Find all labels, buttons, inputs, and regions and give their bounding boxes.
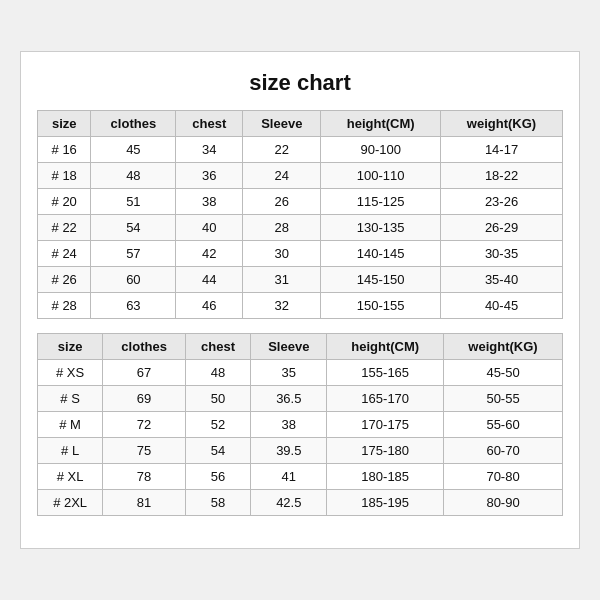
table-cell: 42.5 (251, 490, 327, 516)
table-cell: 51 (91, 189, 176, 215)
column-header: chest (185, 334, 250, 360)
table-cell: 38 (176, 189, 243, 215)
table-cell: 130-135 (321, 215, 441, 241)
table-cell: 41 (251, 464, 327, 490)
column-header: height(CM) (327, 334, 444, 360)
table1-body: # 1645342290-10014-17# 18483624100-11018… (38, 137, 563, 319)
column-header: chest (176, 111, 243, 137)
size-table-2: sizeclotheschestSleeveheight(CM)weight(K… (37, 333, 563, 516)
table-cell: 48 (185, 360, 250, 386)
table-cell: # 24 (38, 241, 91, 267)
table-cell: 70-80 (444, 464, 563, 490)
column-header: clothes (91, 111, 176, 137)
column-header: weight(KG) (441, 111, 563, 137)
table-cell: 175-180 (327, 438, 444, 464)
table-cell: 81 (103, 490, 186, 516)
table-row: # XS674835155-16545-50 (38, 360, 563, 386)
column-header: height(CM) (321, 111, 441, 137)
table-row: # 26604431145-15035-40 (38, 267, 563, 293)
table-cell: # 22 (38, 215, 91, 241)
table-cell: 31 (243, 267, 321, 293)
table-cell: # 18 (38, 163, 91, 189)
table-cell: 54 (91, 215, 176, 241)
table-cell: 45 (91, 137, 176, 163)
table-cell: 14-17 (441, 137, 563, 163)
table-cell: 55-60 (444, 412, 563, 438)
table-cell: 28 (243, 215, 321, 241)
table-cell: 140-145 (321, 241, 441, 267)
table-row: # 24574230140-14530-35 (38, 241, 563, 267)
table-cell: 180-185 (327, 464, 444, 490)
table-cell: 42 (176, 241, 243, 267)
table-cell: 90-100 (321, 137, 441, 163)
table-cell: 46 (176, 293, 243, 319)
chart-title: size chart (37, 70, 563, 96)
table-cell: 32 (243, 293, 321, 319)
table-cell: # S (38, 386, 103, 412)
column-header: Sleeve (243, 111, 321, 137)
table-cell: 78 (103, 464, 186, 490)
table-cell: 18-22 (441, 163, 563, 189)
table-cell: # L (38, 438, 103, 464)
table-cell: 44 (176, 267, 243, 293)
table-cell: 35 (251, 360, 327, 386)
table-cell: 100-110 (321, 163, 441, 189)
table-row: # XL785641180-18570-80 (38, 464, 563, 490)
table-cell: 52 (185, 412, 250, 438)
table-cell: 48 (91, 163, 176, 189)
table-cell: 170-175 (327, 412, 444, 438)
table-row: # 28634632150-15540-45 (38, 293, 563, 319)
table-cell: # XS (38, 360, 103, 386)
table-cell: 80-90 (444, 490, 563, 516)
table-cell: # 2XL (38, 490, 103, 516)
column-header: weight(KG) (444, 334, 563, 360)
size-chart-container: size chart sizeclotheschestSleeveheight(… (20, 51, 580, 549)
size-table-1: sizeclotheschestSleeveheight(CM)weight(K… (37, 110, 563, 319)
table-cell: 50 (185, 386, 250, 412)
table-cell: 60-70 (444, 438, 563, 464)
table-cell: 75 (103, 438, 186, 464)
table-cell: 30-35 (441, 241, 563, 267)
table-cell: 26-29 (441, 215, 563, 241)
table-cell: 185-195 (327, 490, 444, 516)
table-cell: # 26 (38, 267, 91, 293)
table-row: # M725238170-17555-60 (38, 412, 563, 438)
table-cell: 26 (243, 189, 321, 215)
table-cell: 40 (176, 215, 243, 241)
table2-body: # XS674835155-16545-50# S695036.5165-170… (38, 360, 563, 516)
table-cell: 72 (103, 412, 186, 438)
table-cell: 38 (251, 412, 327, 438)
table-cell: 56 (185, 464, 250, 490)
table-cell: # 28 (38, 293, 91, 319)
table2-header-row: sizeclotheschestSleeveheight(CM)weight(K… (38, 334, 563, 360)
table-cell: 58 (185, 490, 250, 516)
table-cell: 60 (91, 267, 176, 293)
table-cell: 23-26 (441, 189, 563, 215)
table-row: # 20513826115-12523-26 (38, 189, 563, 215)
table-cell: 54 (185, 438, 250, 464)
table-cell: # 20 (38, 189, 91, 215)
table-cell: 36.5 (251, 386, 327, 412)
table-cell: 63 (91, 293, 176, 319)
table-cell: 50-55 (444, 386, 563, 412)
table-cell: 155-165 (327, 360, 444, 386)
table-cell: 69 (103, 386, 186, 412)
table-cell: 150-155 (321, 293, 441, 319)
table-row: # S695036.5165-17050-55 (38, 386, 563, 412)
table-cell: 165-170 (327, 386, 444, 412)
table-cell: 67 (103, 360, 186, 386)
table-cell: 24 (243, 163, 321, 189)
table-row: # 2XL815842.5185-19580-90 (38, 490, 563, 516)
table-cell: 39.5 (251, 438, 327, 464)
table-cell: 115-125 (321, 189, 441, 215)
table-cell: 35-40 (441, 267, 563, 293)
table-cell: 45-50 (444, 360, 563, 386)
table-cell: 57 (91, 241, 176, 267)
column-header: size (38, 111, 91, 137)
column-header: clothes (103, 334, 186, 360)
table-cell: # M (38, 412, 103, 438)
table-row: # 1645342290-10014-17 (38, 137, 563, 163)
table-row: # 18483624100-11018-22 (38, 163, 563, 189)
table-cell: 30 (243, 241, 321, 267)
table-cell: 145-150 (321, 267, 441, 293)
